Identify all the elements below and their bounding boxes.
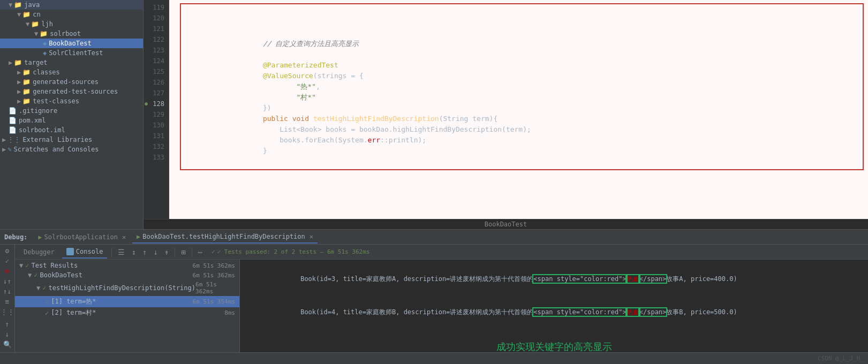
test-root-label: Test Results	[31, 262, 78, 269]
chevron-right-icon: ▶	[17, 78, 21, 86]
up-arrow-icon[interactable]: ↑	[2, 320, 13, 328]
debug-content-area: ▼ ✓ Test Results 6m 51s 362ms ▼ ✓ BookDa…	[15, 260, 868, 352]
sidebar-item-solrboot[interactable]: ▼ 📁 solrboot	[0, 29, 143, 39]
search2-icon[interactable]: 🔍	[2, 340, 13, 348]
toolbar-btn-1[interactable]: ☰	[116, 247, 126, 257]
sidebar-item-label: ljh	[41, 20, 53, 28]
editor-content: 119 120 121 122 123 124 125 126 127 128●…	[144, 0, 868, 219]
sidebar-item-external-libraries[interactable]: ▶ ⋮⋮ External Libraries	[0, 135, 143, 145]
tree-expand-icon3: ▼	[36, 284, 40, 292]
align2-icon[interactable]: ⋮⋮	[2, 308, 13, 316]
stop-icon[interactable]: ⊘	[2, 267, 13, 275]
toolbar-btn-2[interactable]: ↕	[130, 247, 137, 257]
console-output: Book(id=3, title=家庭教师A, description=讲述废材…	[240, 260, 868, 352]
sidebar-item-label: solrboot	[50, 30, 81, 37]
test-term1-label: [1] term=热*	[51, 297, 96, 306]
debug-side-icons: ⚙ ✓ ⊘ ↓↑ ↑↓ ≡ ⋮⋮ ↑ ↓ 🔍 ↗ ↙ ⚙ ⏸ 📌	[0, 245, 15, 352]
file-icon: 📄	[9, 126, 17, 134]
close-icon[interactable]: ✕	[310, 233, 313, 240]
toolbar-btn-grid[interactable]: ⊞	[179, 247, 187, 257]
console-line-2: Book(id=4, title=家庭教师B, description=讲述废材…	[246, 295, 862, 328]
line-num-122: 122	[146, 34, 164, 45]
sidebar-item-java[interactable]: ▼ 📁 java	[0, 0, 143, 10]
close-icon[interactable]: ✕	[122, 233, 126, 241]
debugger-tab[interactable]: Debugger	[19, 246, 59, 258]
code-line-132	[187, 146, 856, 156]
lib-icon: ⋮⋮	[7, 136, 20, 143]
test-row-bookdaotest[interactable]: ▼ ✓ BookDaoTest 6m 51s 362ms	[15, 270, 239, 280]
sidebar-item-label: classes	[33, 69, 60, 76]
down-arrow-icon[interactable]: ↓	[2, 330, 13, 338]
code-line-120	[187, 17, 856, 28]
sidebar-item-test-classes[interactable]: ▶ 📁 test-classes	[0, 96, 143, 106]
test-status-text: ✓ Tests passed: 2 of 2 tests – 6m 51s 36…	[217, 248, 370, 255]
folder-icon: 📁	[14, 1, 22, 9]
test-row-term2[interactable]: ✓ [2] term=村* 8ms	[15, 307, 239, 318]
test-row-method[interactable]: ▼ ✓ testHighLightFindByDescription(Strin…	[15, 280, 239, 296]
settings-icon[interactable]: ⚙	[2, 247, 13, 255]
sidebar-item-label: External Libraries	[22, 136, 92, 143]
success-text: 成功实现关键字的高亮显示	[496, 342, 612, 352]
sort-desc-icon[interactable]: ↓↑	[2, 277, 13, 285]
chevron-down-icon: ▼	[9, 1, 12, 9]
top-area: ▼ 📁 java ▼ 📁 cn ▼ 📁 ljh ▼ 📁 solrboot ◈	[0, 0, 868, 229]
check-pass-icon: ✓	[212, 248, 215, 255]
test-row-root[interactable]: ▼ ✓ Test Results 6m 51s 362ms	[15, 261, 239, 270]
chevron-right-icon: ▶	[2, 136, 6, 143]
check-icon[interactable]: ✓	[2, 257, 13, 265]
code-line-121: // 自定义查询方法且高亮显示	[187, 28, 856, 39]
sidebar-item-target[interactable]: ▶ 📁 target	[0, 58, 143, 67]
sidebar-item-bookdaotest[interactable]: ◈ BookDaoTest	[0, 39, 143, 48]
folder-icon: 📁	[31, 20, 39, 28]
watermark-text: CSDN @_L_J_H_	[818, 355, 864, 362]
test-bookdaotest-label: BookDaoTest	[40, 271, 82, 279]
highlight-border: // 自定义查询方法且高亮显示 @ParameterizedTest @Valu…	[180, 3, 864, 170]
console-tab[interactable]: Console	[62, 246, 108, 259]
file-test-icon: ◈	[43, 40, 47, 47]
code-line-133	[187, 156, 856, 167]
test-row-term1[interactable]: ✓ [1] term=热* 6m 51s 354ms	[15, 296, 239, 307]
sidebar-item-generated-sources[interactable]: ▶ 📁 generated-sources	[0, 77, 143, 87]
sidebar-item-generated-test-sources[interactable]: ▶ 📁 generated-test-sources	[0, 87, 143, 96]
debug-toolbar: Debugger Console ☰ ↕ ↑ ↓ ↟ ⊞	[15, 245, 868, 260]
sidebar-item-ljh[interactable]: ▼ 📁 ljh	[0, 19, 143, 29]
file-test-icon: ◈	[43, 49, 47, 57]
test-pass-icon2: ✓	[34, 271, 37, 279]
test-pass-icon3: ✓	[42, 284, 46, 292]
toolbar-btn-4[interactable]: ↓	[152, 247, 159, 257]
sidebar-item-solrclienttest[interactable]: ◈ SolrClientTest	[0, 48, 143, 58]
line-num-125: 125	[146, 66, 164, 77]
toolbar-btn-6[interactable]: ⋯	[197, 247, 204, 257]
toolbar-btn-5[interactable]: ↟	[163, 247, 170, 257]
sort-asc-icon[interactable]: ↑↓	[2, 287, 13, 295]
toolbar-separator3	[192, 248, 192, 256]
sidebar-item-classes[interactable]: ▶ 📁 classes	[0, 67, 143, 77]
sidebar-item-gitignore[interactable]: 📄 .gitignore	[0, 106, 143, 116]
editor-area: 119 120 121 122 123 124 125 126 127 128●…	[144, 0, 868, 229]
code-area[interactable]: // 自定义查询方法且高亮显示 @ParameterizedTest @Valu…	[169, 0, 868, 219]
sidebar-item-pom[interactable]: 📄 pom.xml	[0, 116, 143, 125]
console-line-1: Book(id=3, title=家庭教师A, description=讲述废材…	[246, 263, 862, 295]
sidebar-item-label: SolrClientTest	[49, 49, 103, 57]
debug-tab-bar: Debug: ▶ SolrbootApplication ✕ ▶ BookDao…	[0, 230, 868, 245]
test-status-bar: ✓ ✓ Tests passed: 2 of 2 tests – 6m 51s …	[212, 248, 369, 255]
debug-tab-bookdaotest[interactable]: ▶ BookDaoTest.testHighLightFindByDescrip…	[132, 231, 318, 244]
play-icon: ▶	[137, 233, 140, 240]
folder-icon: 📁	[14, 59, 22, 66]
line-num-131: 131	[146, 131, 164, 141]
test-tree: ▼ ✓ Test Results 6m 51s 362ms ▼ ✓ BookDa…	[15, 260, 239, 320]
sidebar-item-label: target	[24, 59, 47, 66]
align-icon[interactable]: ≡	[2, 298, 13, 306]
toolbar-btn-3[interactable]: ↑	[141, 247, 148, 257]
line-num-126: 126	[146, 77, 164, 88]
chevron-right-icon: ▶	[17, 88, 21, 95]
debug-tab-solrboot[interactable]: ▶ SolrbootApplication ✕	[34, 231, 130, 243]
sidebar-item-cn[interactable]: ▼ 📁 cn	[0, 10, 143, 19]
tab-label: SolrbootApplication	[44, 233, 118, 241]
sidebar-item-solrbootiml[interactable]: 📄 solrboot.iml	[0, 125, 143, 135]
sidebar-item-scratches[interactable]: ▶ ✎ Scratches and Consoles	[0, 145, 143, 154]
file-icon: 📄	[9, 107, 17, 115]
tab-label: BookDaoTest.testHighLightFindByDescripti…	[142, 233, 305, 240]
editor-filename: BookDaoTest	[144, 219, 868, 229]
folder-icon: 📁	[22, 69, 31, 76]
